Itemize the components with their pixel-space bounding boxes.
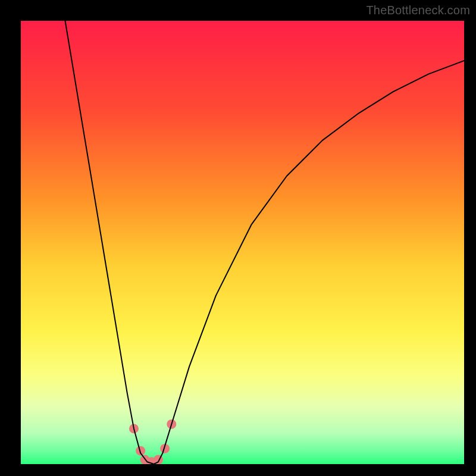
plot-area [21,21,464,464]
chart-svg [21,21,464,464]
watermark-text: TheBottleneck.com [366,4,470,17]
chart-frame: TheBottleneck.com [0,0,476,476]
